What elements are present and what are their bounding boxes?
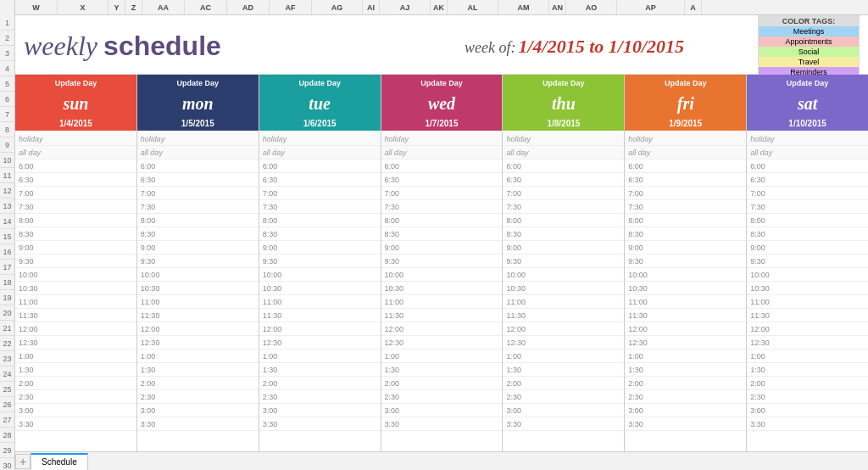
time-row: holiday [747, 132, 868, 146]
days-grid: Update Daysun1/4/2015holidayall day6:006… [15, 75, 868, 451]
col-header: WXYZAAACADAFAGAIAJAKALAMANAOAPA [15, 0, 868, 15]
time-row: 9:00 [503, 241, 624, 255]
time-row: 6:30 [503, 173, 624, 187]
time-row: 3:00 [503, 404, 624, 417]
time-row: 9:30 [625, 255, 746, 268]
time-row: 8:30 [15, 227, 136, 241]
time-row: 11:00 [625, 295, 746, 309]
row-num: 3 [0, 46, 14, 61]
time-row: 7:30 [259, 200, 381, 214]
day-col-wed: Update Daywed1/7/2015holidayall day6:006… [381, 75, 504, 451]
time-row: 10:30 [381, 282, 503, 295]
row-num: 21 [0, 321, 14, 336]
time-row: 2:00 [747, 377, 868, 390]
day-date-fri: 1/9/2015 [625, 115, 746, 131]
col-header-cell: AA [142, 0, 185, 14]
time-row: 11:00 [503, 295, 624, 309]
row-num: 4 [0, 61, 14, 76]
time-row: 12:30 [747, 336, 868, 350]
time-row: 7:30 [137, 200, 259, 214]
col-header-cell: AK [431, 0, 448, 14]
time-row: 7:30 [747, 200, 868, 214]
update-day-button-fri[interactable]: Update Day [625, 75, 746, 92]
time-row: 3:00 [625, 404, 746, 417]
update-day-button-sun[interactable]: Update Day [15, 75, 136, 92]
title-weekly: weekly [24, 31, 97, 61]
time-row: 10:00 [503, 268, 624, 282]
col-header-cell: AM [498, 0, 549, 14]
time-row: 1:00 [137, 350, 259, 363]
time-row: 9:30 [747, 255, 868, 268]
time-row: 6:00 [15, 159, 136, 173]
time-row: 1:30 [747, 363, 868, 377]
row-num: 17 [0, 260, 14, 275]
row-num: 11 [0, 168, 14, 183]
time-row: 8:30 [259, 227, 381, 241]
time-row: 11:30 [15, 309, 136, 322]
time-row: 3:00 [137, 404, 259, 417]
day-name-wed: wed [381, 92, 503, 115]
update-day-button-thu[interactable]: Update Day [503, 75, 624, 92]
time-row: 7:00 [625, 187, 746, 200]
time-row: 7:30 [625, 200, 746, 214]
day-name-sun: sun [15, 92, 136, 115]
legend-items: MeetingsAppointmentsSocialTravelReminder… [759, 26, 859, 77]
time-row: holiday [137, 132, 259, 146]
row-num: 16 [0, 244, 14, 260]
time-row: 2:30 [259, 390, 381, 404]
time-row: 11:30 [381, 309, 503, 322]
row-num: 19 [0, 290, 14, 305]
add-tab-button[interactable]: + [15, 454, 31, 469]
day-col-fri: Update Dayfri1/9/2015holidayall day6:006… [625, 75, 747, 451]
time-row: 7:00 [381, 187, 503, 200]
spreadsheet-wrapper: 1234567891011121314151617181920212223242… [0, 0, 868, 470]
title-schedule: schedule [103, 31, 221, 61]
time-row: 12:30 [259, 336, 381, 350]
update-day-button-wed[interactable]: Update Day [381, 75, 503, 92]
time-row: 1:00 [259, 350, 381, 363]
day-name-fri: fri [625, 92, 746, 115]
time-row: 6:00 [259, 159, 381, 173]
col-header-cell: AP [617, 0, 685, 14]
time-row: 9:00 [259, 241, 381, 255]
time-row: 6:30 [259, 173, 381, 187]
main-content: weekly schedule week of: 1/4/2015 to 1/1… [15, 15, 868, 451]
time-row: 6:30 [381, 173, 503, 187]
legend-item: Social [759, 47, 859, 57]
time-row: 9:30 [503, 255, 624, 268]
update-day-button-tue[interactable]: Update Day [259, 75, 381, 92]
time-row: 9:30 [137, 255, 259, 268]
update-day-button-sat[interactable]: Update Day [747, 75, 868, 92]
time-row: 1:30 [15, 363, 136, 377]
time-row: 11:00 [259, 295, 381, 309]
time-row: 2:00 [15, 377, 136, 390]
row-num: 26 [0, 397, 14, 412]
col-header-cell: Z [125, 0, 142, 14]
col-header-cell: X [58, 0, 108, 14]
row-num: 8 [0, 122, 14, 137]
time-row: 10:00 [137, 268, 259, 282]
col-header-cell: AD [227, 0, 270, 14]
row-num: 2 [0, 31, 14, 46]
row-num: 13 [0, 199, 14, 214]
time-row: 3:00 [15, 404, 136, 417]
time-row: 10:30 [503, 282, 624, 295]
time-rows-sun: holidayall day6:006:307:007:308:008:309:… [15, 132, 136, 451]
time-row: 12:30 [625, 336, 746, 350]
row-num: 12 [0, 183, 14, 199]
update-day-button-mon[interactable]: Update Day [137, 75, 259, 92]
day-col-tue: Update Daytue1/6/2015holidayall day6:006… [259, 75, 381, 451]
time-row: 8:00 [747, 214, 868, 227]
schedule-tab[interactable]: Schedule [31, 453, 88, 470]
time-row: 8:00 [15, 214, 136, 227]
time-row: all day [747, 146, 868, 159]
time-row: 3:30 [137, 417, 259, 431]
time-row: 7:30 [381, 200, 503, 214]
time-row: all day [137, 146, 259, 159]
row-num: 14 [0, 214, 14, 229]
time-row: 6:00 [381, 159, 503, 173]
row-num: 1 [0, 15, 14, 31]
row-num: 7 [0, 107, 14, 122]
time-row: 2:30 [137, 390, 259, 404]
col-header-cell: W [15, 0, 58, 14]
